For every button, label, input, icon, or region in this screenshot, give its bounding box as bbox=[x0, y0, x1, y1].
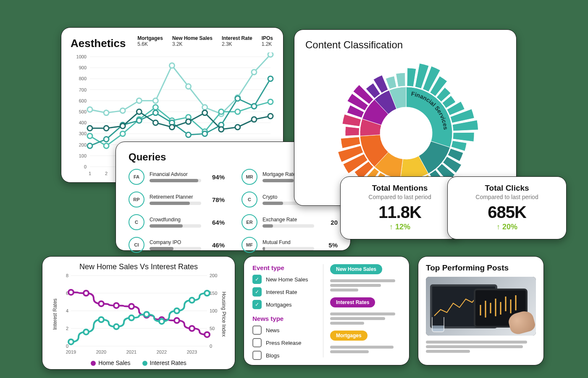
pill-new-home-sales[interactable]: New Home Sales bbox=[330, 264, 382, 274]
svg-point-74 bbox=[252, 117, 257, 122]
kpi-mentions-title: Total Mentions bbox=[352, 184, 448, 193]
svg-point-63 bbox=[268, 76, 273, 81]
svg-point-67 bbox=[136, 109, 142, 114]
query-badge: C bbox=[129, 214, 144, 230]
hsir-chart: 0246805010015020020192020202120222023Int… bbox=[51, 272, 227, 356]
svg-point-103 bbox=[114, 303, 119, 308]
query-row[interactable]: FAFinancial Advisor94% bbox=[129, 169, 225, 185]
svg-point-58 bbox=[186, 132, 191, 137]
svg-text:100: 100 bbox=[79, 153, 87, 158]
svg-point-48 bbox=[219, 109, 224, 114]
svg-point-104 bbox=[129, 304, 134, 309]
svg-point-119 bbox=[205, 291, 210, 296]
pill-mortgages[interactable]: Mortgages bbox=[330, 331, 368, 341]
kpi-new-home-sales: New Home Sales3.2K bbox=[172, 35, 213, 47]
hsir-card: New Home Sales Vs Interest Rates 0246805… bbox=[42, 256, 235, 370]
pill-interest-rates[interactable]: Interest Rates bbox=[330, 297, 375, 307]
query-badge: MR bbox=[242, 169, 257, 185]
query-name: Exchange Rate bbox=[262, 217, 314, 223]
query-pct: 94% bbox=[206, 173, 225, 181]
kpi-interest-rate: Interest Rate2.3K bbox=[222, 35, 252, 47]
svg-point-59 bbox=[202, 131, 207, 136]
svg-text:300: 300 bbox=[79, 131, 87, 136]
svg-point-51 bbox=[268, 99, 273, 104]
event-type-head: Event type bbox=[252, 264, 315, 271]
svg-point-28 bbox=[87, 107, 92, 112]
svg-text:600: 600 bbox=[79, 98, 87, 103]
svg-point-68 bbox=[153, 120, 158, 125]
svg-point-39 bbox=[268, 52, 273, 57]
svg-point-55 bbox=[136, 118, 142, 123]
svg-point-118 bbox=[189, 298, 194, 303]
news-type-head: News type bbox=[252, 315, 315, 322]
query-badge: CI bbox=[129, 237, 144, 253]
svg-point-115 bbox=[144, 312, 149, 317]
svg-text:400: 400 bbox=[79, 120, 87, 125]
svg-text:700: 700 bbox=[79, 87, 87, 92]
svg-text:200: 200 bbox=[210, 273, 217, 278]
filter-item[interactable]: Interest Rate bbox=[252, 287, 315, 297]
filter-item[interactable]: News bbox=[252, 326, 315, 335]
svg-text:50: 50 bbox=[210, 326, 215, 331]
svg-point-117 bbox=[174, 308, 179, 313]
svg-text:1: 1 bbox=[89, 171, 91, 176]
svg-text:8: 8 bbox=[66, 273, 68, 278]
checkbox-icon[interactable] bbox=[252, 287, 262, 297]
checkbox-icon[interactable] bbox=[252, 326, 262, 335]
svg-point-49 bbox=[235, 109, 240, 114]
svg-point-30 bbox=[120, 108, 125, 113]
svg-point-76 bbox=[381, 108, 431, 158]
svg-point-113 bbox=[114, 324, 119, 329]
kpi-clicks-delta: ↑ 20% bbox=[459, 223, 555, 231]
top-post-thumbnail[interactable] bbox=[426, 277, 536, 336]
svg-text:4: 4 bbox=[66, 308, 68, 313]
svg-point-100 bbox=[68, 290, 74, 295]
query-bar bbox=[262, 224, 314, 228]
query-pct: 64% bbox=[206, 219, 225, 226]
hsir-legend: Home Sales Interest Rates bbox=[51, 360, 226, 366]
kpi-clicks-value: 685K bbox=[459, 203, 555, 222]
checkbox-icon[interactable] bbox=[252, 275, 262, 284]
query-row[interactable]: ERExchange Rate20 bbox=[242, 214, 338, 230]
kpi-mentions-value: 11.8K bbox=[352, 203, 448, 222]
query-row[interactable]: RPRetirement Planner78% bbox=[129, 192, 225, 207]
svg-text:2: 2 bbox=[105, 171, 108, 176]
query-row[interactable]: CICompany IPO46% bbox=[129, 237, 225, 253]
svg-point-61 bbox=[235, 96, 240, 101]
kpi-clicks-sub: Compared to last period bbox=[459, 194, 555, 200]
query-name: Mutual Fund bbox=[262, 239, 314, 245]
svg-text:100: 100 bbox=[210, 308, 217, 313]
svg-text:2021: 2021 bbox=[126, 349, 136, 354]
top-posts-title: Top Performing Posts bbox=[426, 263, 536, 273]
svg-text:2022: 2022 bbox=[157, 349, 167, 354]
svg-text:2023: 2023 bbox=[187, 349, 197, 354]
filter-item[interactable]: Blogs bbox=[252, 351, 315, 360]
feed-column: New Home Sales Interest Rates Mortgages bbox=[323, 264, 401, 357]
checkbox-icon[interactable] bbox=[252, 338, 262, 347]
filter-item[interactable]: New Home Sales bbox=[252, 275, 315, 284]
query-row[interactable]: MFMutual Fund5% bbox=[242, 237, 338, 253]
svg-point-109 bbox=[205, 332, 210, 337]
kpi-mortgages: Mortgages5.6K bbox=[137, 35, 163, 47]
svg-point-107 bbox=[174, 318, 179, 323]
checkbox-icon[interactable] bbox=[252, 300, 262, 309]
filter-item[interactable]: Press Release bbox=[252, 338, 315, 347]
svg-point-114 bbox=[129, 315, 134, 320]
svg-point-35 bbox=[202, 105, 207, 110]
svg-point-65 bbox=[104, 126, 109, 131]
svg-text:500: 500 bbox=[79, 109, 87, 114]
filter-label: Interest Rate bbox=[266, 289, 297, 295]
filter-item[interactable]: Mortgages bbox=[252, 300, 315, 309]
checkbox-icon[interactable] bbox=[252, 351, 262, 360]
svg-point-66 bbox=[120, 123, 125, 129]
query-name: Company IPO bbox=[150, 239, 201, 245]
svg-point-70 bbox=[186, 119, 191, 124]
kpi-clicks-card: Total Clicks Compared to last period 685… bbox=[447, 176, 567, 239]
query-bar bbox=[262, 247, 314, 250]
svg-point-108 bbox=[189, 326, 194, 331]
query-badge: FA bbox=[129, 169, 144, 185]
svg-text:800: 800 bbox=[79, 76, 87, 81]
query-row[interactable]: CCrowdfunding64% bbox=[129, 214, 225, 230]
svg-point-102 bbox=[99, 301, 104, 306]
svg-text:900: 900 bbox=[79, 65, 87, 70]
